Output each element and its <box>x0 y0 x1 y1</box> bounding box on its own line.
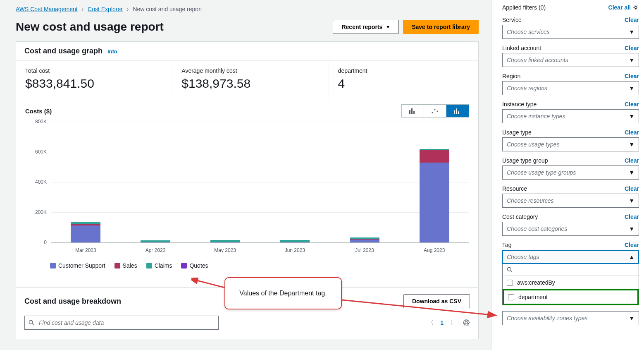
bar-aug-2023[interactable] <box>420 149 449 242</box>
settings-gear-icon[interactable] <box>463 319 470 326</box>
service-select[interactable]: Choose services▼ <box>502 25 639 39</box>
filter-label: Tag <box>502 242 512 248</box>
stat-label: department <box>338 67 469 74</box>
bar-jul-2023[interactable] <box>350 237 379 242</box>
y-tick-label: 200K <box>35 209 47 215</box>
bar-may-2023[interactable] <box>210 240 240 242</box>
svg-line-15 <box>510 271 512 272</box>
breadcrumb-link-cost-mgmt[interactable]: AWS Cost Management <box>16 6 78 12</box>
download-csv-button[interactable]: Download as CSV <box>403 294 470 308</box>
caret-down-icon: ▼ <box>629 197 634 204</box>
filter-label: Cost category <box>502 213 538 220</box>
instance-type-select[interactable]: Choose instance types▼ <box>502 109 639 123</box>
filter-usage-type-group: Usage type groupClearChoose usage type g… <box>502 157 639 180</box>
legend-item-quotes[interactable]: Quotes <box>181 262 208 269</box>
usage-type-group-select[interactable]: Choose usage type groups▼ <box>502 165 639 180</box>
tag-search-input[interactable] <box>515 266 634 273</box>
recent-reports-button[interactable]: Recent reports ▼ <box>333 20 399 34</box>
caret-down-icon: ▼ <box>629 225 634 232</box>
caret-down-icon: ▼ <box>629 57 634 63</box>
caret-down-icon: ▼ <box>386 24 390 29</box>
filter-label: Instance type <box>502 101 537 108</box>
filter-label: Usage type <box>502 129 532 136</box>
pager-next-button[interactable]: 〉 <box>450 319 456 326</box>
cost-category-select[interactable]: Choose cost categories▼ <box>502 222 639 236</box>
filter-resource: ResourceClearChoose resources▼ <box>502 185 639 208</box>
filter-clear-link[interactable]: Clear <box>625 73 639 79</box>
svg-rect-0 <box>409 110 410 114</box>
bar-segment-sales <box>420 150 449 163</box>
x-tick-label: Jul 2023 <box>330 247 400 253</box>
filter-clear-link[interactable]: Clear <box>625 185 639 192</box>
breakdown-title: Cost and usage breakdown <box>24 297 121 306</box>
filter-label: Region <box>502 73 520 79</box>
bar-jun-2023[interactable] <box>280 240 310 242</box>
applied-filters-label: Applied filters (0) <box>502 4 546 11</box>
info-link[interactable]: Info <box>107 48 117 55</box>
filter-clear-link[interactable]: Clear <box>625 129 639 136</box>
tag-search-row <box>503 264 639 276</box>
gear-icon[interactable] <box>632 4 639 11</box>
breakdown-search-input[interactable] <box>24 316 219 330</box>
legend-item-claims[interactable]: Claims <box>146 262 172 269</box>
tag-option-checkbox[interactable] <box>507 280 513 286</box>
caret-down-icon: ▼ <box>629 141 634 148</box>
search-icon <box>29 320 34 326</box>
stat-label: Total cost <box>25 67 163 74</box>
resource-select[interactable]: Choose resources▼ <box>502 194 639 208</box>
stacked-bar-chart-toggle-button[interactable] <box>446 105 469 117</box>
bar-mar-2023[interactable] <box>71 222 100 242</box>
bar-apr-2023[interactable] <box>141 240 170 242</box>
filter-clear-link[interactable]: Clear <box>625 157 639 164</box>
caret-down-icon: ▼ <box>629 113 634 120</box>
legend-swatch-icon <box>114 263 120 268</box>
y-tick-label: 400K <box>35 179 47 185</box>
x-tick-label: Apr 2023 <box>121 247 191 253</box>
tag-select[interactable]: Choose tags ▲ <box>502 250 639 264</box>
filter-region: RegionClearChoose regions▼ <box>502 73 639 95</box>
bar-segment-customer-support <box>350 240 379 242</box>
tag-option-department[interactable]: department <box>503 289 639 305</box>
filter-label: Linked account <box>502 45 541 51</box>
line-chart-toggle-button[interactable] <box>424 105 446 117</box>
svg-line-13 <box>32 324 34 325</box>
filter-label: Service <box>502 17 522 23</box>
sidebar-collapse-handle[interactable]: || <box>491 164 492 170</box>
filter-clear-link[interactable]: Clear <box>625 17 639 23</box>
save-to-report-library-button[interactable]: Save to report library <box>403 20 479 34</box>
chart-legend: Customer SupportSalesClaimsQuotes <box>50 262 469 269</box>
legend-item-customer-support[interactable]: Customer Support <box>50 262 105 269</box>
y-tick-label: 0 <box>44 240 47 245</box>
bar-segment-customer-support <box>280 242 310 242</box>
filter-clear-link[interactable]: Clear <box>625 242 639 248</box>
filter-sidebar: || Applied filters (0) Clear all Service… <box>491 0 644 350</box>
filter-linked-account: Linked accountClearChoose linked account… <box>502 45 639 67</box>
tag-option-aws-createdby[interactable]: aws:createdBy <box>503 276 639 289</box>
stat-value: 4 <box>338 77 469 91</box>
bar-segment-customer-support <box>71 225 100 242</box>
bar-chart-toggle-button[interactable] <box>402 105 424 117</box>
pager-prev-button[interactable]: 〈 <box>428 319 434 326</box>
filter-clear-link[interactable]: Clear <box>625 45 639 51</box>
svg-point-4 <box>434 109 435 110</box>
filter-clear-link[interactable]: Clear <box>625 101 639 108</box>
legend-swatch-icon <box>50 263 56 268</box>
y-tick-label: 600K <box>35 149 47 155</box>
region-select[interactable]: Choose regions▼ <box>502 81 639 95</box>
stat-value: $833,841.50 <box>25 77 163 91</box>
filter-usage-type: Usage typeClearChoose usage types▼ <box>502 129 639 151</box>
linked-account-select[interactable]: Choose linked accounts▼ <box>502 53 639 67</box>
tag-option-checkbox[interactable] <box>508 294 514 300</box>
breadcrumb-current: New cost and usage report <box>133 6 202 12</box>
breadcrumb-link-cost-explorer[interactable]: Cost Explorer <box>88 6 123 12</box>
clear-all-filters-link[interactable]: Clear all <box>608 4 631 11</box>
bar-chart-icon <box>409 108 417 114</box>
svg-point-5 <box>436 111 438 112</box>
az-select[interactable]: Choose availability zones types ▼ <box>502 311 639 325</box>
legend-item-sales[interactable]: Sales <box>114 262 137 269</box>
stat-department-count: department 4 <box>329 61 478 99</box>
usage-type-select[interactable]: Choose usage types▼ <box>502 137 639 151</box>
bar-segment-customer-support <box>420 163 449 242</box>
filter-clear-link[interactable]: Clear <box>625 213 639 220</box>
svg-point-3 <box>432 112 433 113</box>
